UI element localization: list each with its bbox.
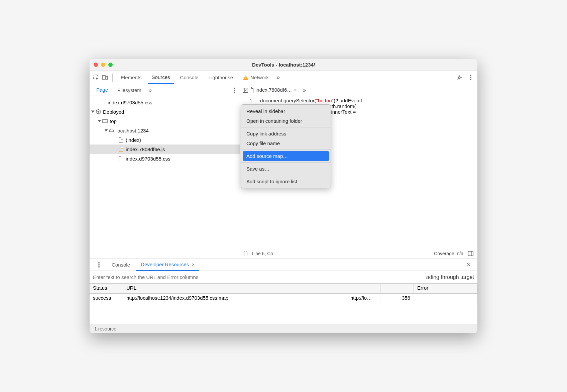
tree-item[interactable]: localhost:1234: [90, 126, 240, 135]
warning-icon: [243, 75, 248, 80]
col-error[interactable]: Error: [414, 284, 477, 293]
close-drawer-tab-icon[interactable]: ×: [192, 262, 195, 267]
device-toggle-icon[interactable]: [102, 74, 108, 81]
tab-console[interactable]: Console: [176, 71, 203, 84]
tab-elements[interactable]: Elements: [117, 71, 146, 84]
window-title: DevTools - localhost:1234/: [90, 62, 477, 68]
ctx-add-source-map[interactable]: Add source map…: [243, 151, 329, 161]
svg-point-3: [458, 77, 460, 79]
file-tree: index.d9703d55.css Deployed top localhos…: [90, 96, 240, 259]
col-size[interactable]: [380, 284, 414, 293]
kebab-menu-icon[interactable]: [467, 74, 474, 81]
col-initiator[interactable]: [347, 284, 380, 293]
main-toolbar: Elements Sources Console Lighthouse Netw…: [90, 71, 477, 84]
ctx-ignore-list[interactable]: Add script to ignore list: [241, 177, 331, 186]
ctx-copy-filename[interactable]: Copy file name: [241, 138, 331, 148]
cursor-position: Line 6, Co: [252, 251, 273, 256]
ctx-save-as[interactable]: Save as…: [241, 164, 331, 174]
nav-kebab-icon[interactable]: [231, 87, 238, 94]
tree-item[interactable]: index.d9703d55.css: [90, 154, 240, 163]
navigator-pane: Page Filesystem » index.d9703d55.css Dep…: [90, 84, 240, 259]
editor-statusbar: { } Line 6, Co Coverage: n/a: [240, 248, 477, 259]
ctx-open-folder[interactable]: Open in containing folder: [241, 116, 331, 126]
loading-target-text: ading through target: [426, 274, 474, 280]
tree-item[interactable]: Deployed: [90, 107, 240, 116]
drawer-kebab-icon[interactable]: [96, 262, 102, 268]
tree-item[interactable]: index.d9703d55.css: [90, 98, 240, 107]
more-editor-tabs-icon[interactable]: »: [301, 87, 308, 93]
tree-item-selected[interactable]: index.7808df6e.js: [90, 144, 240, 154]
svg-rect-4: [103, 119, 107, 123]
coverage-status: Coverage: n/a: [434, 251, 463, 256]
inspect-icon[interactable]: [93, 74, 100, 81]
tab-lighthouse[interactable]: Lighthouse: [205, 71, 237, 84]
nav-tab-page[interactable]: Page: [92, 84, 113, 96]
tree-item[interactable]: top: [90, 116, 240, 126]
drawer-tab-dev-resources[interactable]: Developer Resources ×: [136, 259, 199, 271]
resource-search-input[interactable]: [93, 274, 426, 280]
tree-item[interactable]: (index): [90, 135, 240, 144]
close-tab-icon[interactable]: ×: [294, 87, 297, 93]
drawer: Console Developer Resources × × ading th…: [90, 259, 477, 333]
pretty-print-icon[interactable]: { }: [243, 251, 248, 256]
col-url[interactable]: URL: [123, 284, 347, 293]
ctx-copy-link[interactable]: Copy link address: [241, 129, 331, 138]
tab-network[interactable]: Network: [239, 71, 273, 84]
more-tabs-icon[interactable]: »: [275, 74, 281, 81]
nav-tab-filesystem[interactable]: Filesystem: [113, 84, 146, 96]
svg-rect-7: [468, 251, 473, 256]
titlebar: DevTools - localhost:1234/: [90, 59, 477, 71]
table-row[interactable]: success http://localhost:1234/index.d970…: [90, 294, 477, 304]
svg-rect-1: [102, 76, 105, 79]
toggle-debugger-icon[interactable]: [467, 250, 474, 257]
col-status[interactable]: Status: [90, 284, 123, 293]
drawer-footer: 1 resource: [90, 324, 477, 333]
ctx-reveal-sidebar[interactable]: Reveal in sidebar: [241, 106, 331, 116]
tab-sources[interactable]: Sources: [148, 71, 174, 84]
svg-rect-2: [106, 77, 108, 79]
toggle-navigator-icon[interactable]: [242, 87, 249, 94]
settings-icon[interactable]: [456, 74, 463, 81]
editor-tab[interactable]: index.7808df6…×: [250, 84, 300, 96]
close-drawer-icon[interactable]: ×: [462, 261, 475, 269]
devtools-window: DevTools - localhost:1234/ Elements Sour…: [90, 59, 477, 333]
more-nav-tabs-icon[interactable]: »: [146, 87, 154, 93]
context-menu: Reveal in sidebar Open in containing fol…: [241, 104, 331, 188]
resources-table: Status URL Error success http://localhos…: [90, 284, 477, 324]
drawer-tab-console[interactable]: Console: [107, 259, 135, 271]
